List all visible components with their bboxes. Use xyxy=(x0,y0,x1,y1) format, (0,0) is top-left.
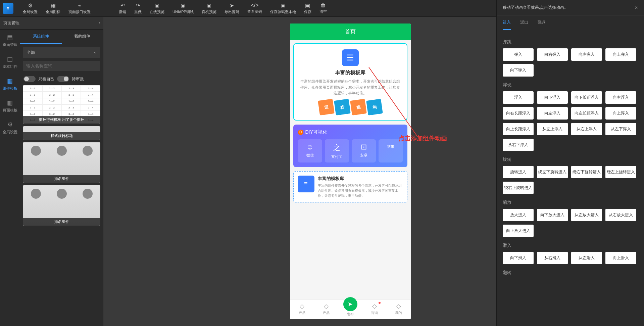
export-source-button[interactable]: ➤导出源码 xyxy=(220,1,243,16)
anim-button[interactable]: 向下浮入 xyxy=(537,91,568,104)
nav-item-4[interactable]: ⚙全局设置 xyxy=(0,117,20,139)
uniapp-debug-button[interactable]: ◉UNIAPP调试 xyxy=(168,1,198,16)
anim-button[interactable]: 弹入 xyxy=(503,48,534,61)
anim-button[interactable]: 向下弹入 xyxy=(503,64,534,77)
page-api-button[interactable]: ⚭页面接口设置 xyxy=(64,1,95,16)
global-icon-button[interactable]: ▦全局图标 xyxy=(42,1,64,16)
promo-tile: 粉 xyxy=(334,99,351,115)
template-list: 2---12---22---32---43---13---23---33---4… xyxy=(20,84,103,326)
anim-button[interactable]: 向上浮入 xyxy=(605,107,636,120)
collapse-icon[interactable]: ‹ xyxy=(99,21,100,26)
platform-item[interactable]: ☺微信 xyxy=(298,139,322,162)
anim-button[interactable]: 放大进入 xyxy=(503,209,534,221)
tab-system-components[interactable]: 系统组件 xyxy=(20,30,62,44)
template-item[interactable]: 排名组件 xyxy=(23,142,100,183)
clear-button[interactable]: 🗑清空 xyxy=(315,1,331,15)
anim-button[interactable]: 从左放大进入 xyxy=(571,209,602,221)
view-source-button[interactable]: </>查看源码 xyxy=(243,1,266,15)
anim-button[interactable]: 绕右下旋转进入 xyxy=(571,166,602,178)
eye-icon: ◉ xyxy=(207,2,211,9)
redo-button[interactable]: ↷重做 xyxy=(130,1,146,16)
anim-group-title: 弹跳 xyxy=(503,39,638,45)
global-settings-button[interactable]: ⚙全局设置 xyxy=(19,1,42,16)
diy-card[interactable]: D DIY可视化 ☺微信之支付宝⊡安卓苹果 xyxy=(293,125,407,167)
send-icon: ➤ xyxy=(230,2,234,9)
tabbar-item[interactable]: ◇咨询 xyxy=(362,300,387,319)
dropdown-value: 全部 xyxy=(27,50,35,55)
nav-item-1[interactable]: ◫基本组件 xyxy=(0,51,20,73)
only-self-toggle[interactable] xyxy=(23,76,36,82)
anim-button[interactable]: 向右弹入 xyxy=(537,48,568,61)
device-preview-button[interactable]: ◉真机预览 xyxy=(198,1,220,16)
close-icon[interactable]: ✕ xyxy=(635,5,638,10)
anim-button[interactable]: 绕右上旋转进入 xyxy=(503,182,534,194)
category-dropdown[interactable]: 全部 ⌵ xyxy=(23,47,100,58)
template-item[interactable]: 2---12---22---32---43---13---23---33---4… xyxy=(23,85,100,124)
anim-button[interactable]: 向上滑入 xyxy=(605,252,636,264)
tabbar-item[interactable]: ◇我的 xyxy=(387,300,411,319)
anim-button[interactable]: 绕左上旋转进入 xyxy=(605,166,636,178)
app-logo[interactable]: Y xyxy=(3,3,13,14)
anim-button[interactable]: 从左下浮入 xyxy=(605,123,636,135)
anim-button[interactable]: 从左上浮入 xyxy=(537,123,568,135)
template-item[interactable]: 排名组件 xyxy=(23,185,100,226)
nav-icon: ▤ xyxy=(7,34,13,41)
tab-my-components[interactable]: 我的组件 xyxy=(62,30,103,44)
anim-button[interactable]: 从右放大进入 xyxy=(605,209,636,221)
page-manage-title: 页面管理 xyxy=(3,20,19,26)
search-input[interactable] xyxy=(23,61,100,71)
anim-button[interactable]: 向左长距浮入 xyxy=(571,107,602,120)
platform-item[interactable]: ⊡安卓 xyxy=(352,139,376,162)
left-nav: ▤页面管理◫基本组件▦组件模板▥页面模板⚙全局设置 xyxy=(0,17,20,326)
anim-button[interactable]: 向上弹入 xyxy=(605,48,636,61)
online-preview-button[interactable]: ◉在线预览 xyxy=(146,1,168,16)
phone-title: 首页 xyxy=(290,24,411,40)
tabbar-item[interactable]: ◇产品 xyxy=(314,300,338,319)
code-icon: </> xyxy=(251,2,258,8)
anim-button[interactable]: 向上长距浮入 xyxy=(503,123,534,135)
tabbar-item[interactable]: ◇产品 xyxy=(290,300,314,319)
nav-item-0[interactable]: ▤页面管理 xyxy=(0,30,20,51)
anim-tab-退出[interactable]: 退出 xyxy=(520,15,528,30)
diy-title: DIY可视化 xyxy=(305,129,327,135)
anim-button[interactable]: 向下长距浮入 xyxy=(571,91,602,104)
tabbar-icon: ◇ xyxy=(291,302,313,310)
undo-icon: ↶ xyxy=(120,2,125,9)
anim-button[interactable]: 从右下浮入 xyxy=(503,139,534,151)
template-label: 循环行列模板-用了多个循环 xyxy=(23,116,100,124)
platform-icon: ☺ xyxy=(299,143,321,151)
pending-toggle[interactable] xyxy=(57,76,69,82)
settings-icon: ⚙ xyxy=(28,2,33,9)
nav-item-2[interactable]: ▦组件模板 xyxy=(0,73,20,95)
anim-button[interactable]: 向左弹入 xyxy=(571,48,602,61)
template-card[interactable]: ☰ 丰富的模板库 丰富的组件覆盖开发过程的各个需求，开发者可以随意组合组件库。众… xyxy=(293,43,407,121)
anim-button[interactable]: 浮入 xyxy=(503,91,534,104)
platform-item[interactable]: 之支付宝 xyxy=(325,139,349,162)
platform-item[interactable]: 苹果 xyxy=(379,139,403,162)
anim-button[interactable]: 旋转进入 xyxy=(503,166,534,178)
anim-button[interactable]: 从左滑入 xyxy=(571,252,602,264)
anim-button[interactable]: 向右长距浮入 xyxy=(503,107,534,120)
anim-button[interactable]: 向上放大进入 xyxy=(503,225,534,237)
anim-button[interactable]: 向右浮入 xyxy=(605,91,636,104)
anim-button[interactable]: 向左浮入 xyxy=(537,107,568,120)
save-button[interactable]: ▣保存 xyxy=(300,1,315,16)
save-local-button[interactable]: ▣保存源码至本地 xyxy=(266,1,300,16)
anim-button[interactable]: 绕左下旋转进入 xyxy=(537,166,568,178)
undo-button[interactable]: ↶撤销 xyxy=(115,1,130,16)
anim-button[interactable]: 从右上浮入 xyxy=(571,123,602,135)
anim-tab-强调[interactable]: 强调 xyxy=(538,15,546,30)
template-label: 排名组件 xyxy=(23,175,100,183)
platform-icon: ⊡ xyxy=(353,143,375,151)
anim-button[interactable]: 从右滑入 xyxy=(537,252,568,264)
anim-button[interactable]: 向下滑入 xyxy=(503,252,534,264)
component-tabs: 系统组件 我的组件 xyxy=(20,30,103,44)
template-item[interactable]: 样式旋转标题 xyxy=(23,126,100,140)
search-box xyxy=(23,61,100,71)
nav-item-3[interactable]: ▥页面模板 xyxy=(0,95,20,117)
tabbar-item[interactable]: ➤发布 xyxy=(338,300,362,319)
anim-button[interactable]: 向下放大进入 xyxy=(537,209,568,221)
anim-tab-进入[interactable]: 进入 xyxy=(503,15,511,30)
template-card-2[interactable]: ☰ 丰富的模板库 丰富的组件覆盖开发过程的各个需求，开发者可以随意组合组件库。众… xyxy=(293,171,407,202)
component-panel: 系统组件 我的组件 全部 ⌵ 只看自己 待审批 2---12---22---32… xyxy=(20,17,103,326)
